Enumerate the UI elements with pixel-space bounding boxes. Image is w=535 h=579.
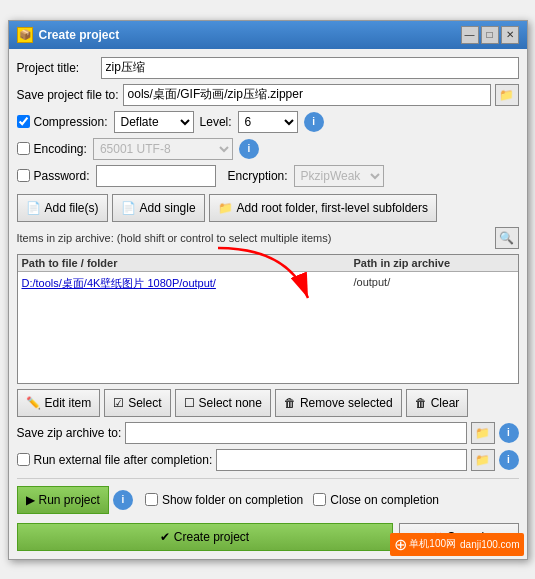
save-project-row: Save project file to: 📁 [17,84,519,106]
compression-select[interactable]: Deflate [114,111,194,133]
run-project-button[interactable]: ▶ Run project [17,486,109,514]
compression-info-button[interactable]: i [304,112,324,132]
password-row: Password: Encryption: PkzipWeak [17,165,519,187]
run-external-row: Run external file after completion: 📁 i [17,449,519,471]
divider [17,478,519,479]
action-buttons-row: ✏️ Edit item ☑ Select ☐ Select none 🗑 Re… [17,389,519,417]
col-zip-header: Path in zip archive [354,257,514,269]
maximize-button[interactable]: □ [481,26,499,44]
archive-list-header: Path to file / folder Path in zip archiv… [18,255,518,272]
archive-header: Items in zip archive: (hold shift or con… [17,227,519,249]
remove-icon: 🗑 [284,396,296,410]
encryption-select[interactable]: PkzipWeak [294,165,384,187]
edit-icon: ✏️ [26,396,41,410]
add-root-button[interactable]: 📁 Add root folder, first-level subfolder… [209,194,437,222]
archive-items-label: Items in zip archive: (hold shift or con… [17,230,332,246]
run-external-folder-button[interactable]: 📁 [471,449,495,471]
archive-list[interactable]: Path to file / folder Path in zip archiv… [17,254,519,384]
save-zip-label: Save zip archive to: [17,426,122,440]
archive-row-0[interactable]: D:/tools/桌面/4K壁纸图片 1080P/output/ /output… [22,274,514,293]
watermark-url: danji100.com [460,539,519,550]
show-folder-checkbox[interactable] [145,493,158,506]
run-external-checkbox-label[interactable]: Run external file after completion: [17,453,213,467]
save-zip-info-button[interactable]: i [499,423,519,443]
save-project-label: Save project file to: [17,88,119,102]
create-icon: ✔ [160,530,170,544]
close-label: Close on completion [330,493,439,507]
minimize-button[interactable]: — [461,26,479,44]
password-checkbox[interactable] [17,169,30,182]
show-folder-label: Show folder on completion [162,493,303,507]
save-zip-input[interactable] [125,422,466,444]
window-title: Create project [39,28,120,42]
select-none-button[interactable]: ☐ Select none [175,389,271,417]
run-external-label: Run external file after completion: [34,453,213,467]
watermark: ⊕ 单机100网 danji100.com [390,533,523,556]
project-title-label: Project title: [17,61,97,75]
show-folder-checkbox-label[interactable]: Show folder on completion [145,493,303,507]
save-zip-folder-button[interactable]: 📁 [471,422,495,444]
edit-item-button[interactable]: ✏️ Edit item [17,389,101,417]
add-files-button[interactable]: 📄 Add file(s) [17,194,108,222]
clear-button[interactable]: 🗑 Clear [406,389,469,417]
encoding-select[interactable]: 65001 UTF-8 [93,138,233,160]
save-project-folder-button[interactable]: 📁 [495,84,519,106]
run-project-row: ▶ Run project i Show folder on completio… [17,486,519,514]
project-title-input[interactable] [101,57,519,79]
close-completion-checkbox-label[interactable]: Close on completion [313,493,439,507]
save-project-input[interactable] [123,84,491,106]
add-single-button[interactable]: 📄 Add single [112,194,205,222]
select-icon: ☑ [113,396,124,410]
compression-checkbox[interactable] [17,115,30,128]
window-icon: 📦 [17,27,33,43]
archive-list-body: D:/tools/桌面/4K壁纸图片 1080P/output/ /output… [18,272,518,295]
level-label: Level: [200,115,232,129]
encryption-label: Encryption: [228,169,288,183]
run-external-input[interactable] [216,449,466,471]
encoding-checkbox-label[interactable]: Encoding: [17,142,87,156]
watermark-text: 单机100网 [409,537,456,551]
encoding-info-button[interactable]: i [239,139,259,159]
remove-selected-button[interactable]: 🗑 Remove selected [275,389,402,417]
window-controls: — □ ✕ [461,26,519,44]
add-files-icon: 📄 [26,201,41,215]
run-external-info-button[interactable]: i [499,450,519,470]
select-button[interactable]: ☑ Select [104,389,170,417]
level-select[interactable]: 6 [238,111,298,133]
save-zip-row: Save zip archive to: 📁 i [17,422,519,444]
archive-cell-zip-0: /output/ [354,276,514,291]
run-external-checkbox[interactable] [17,453,30,466]
close-button[interactable]: ✕ [501,26,519,44]
title-bar: 📦 Create project — □ ✕ [9,21,527,49]
close-completion-checkbox[interactable] [313,493,326,506]
encoding-checkbox[interactable] [17,142,30,155]
create-project-button[interactable]: ✔ Create project [17,523,393,551]
archive-cell-path-0: D:/tools/桌面/4K壁纸图片 1080P/output/ [22,276,354,291]
add-buttons-row: 📄 Add file(s) 📄 Add single 📁 Add root fo… [17,194,519,222]
password-checkbox-label[interactable]: Password: [17,169,90,183]
password-label: Password: [34,169,90,183]
encoding-row: Encoding: 65001 UTF-8 i [17,138,519,160]
password-input[interactable] [96,165,216,187]
clear-icon: 🗑 [415,396,427,410]
run-project-info-button[interactable]: i [113,490,133,510]
project-title-row: Project title: [17,57,519,79]
search-button[interactable]: 🔍 [495,227,519,249]
compression-row: Compression: Deflate Level: 6 i [17,111,519,133]
compression-label: Compression: [34,115,108,129]
add-single-icon: 📄 [121,201,136,215]
col-path-header: Path to file / folder [22,257,354,269]
select-none-icon: ☐ [184,396,195,410]
compression-checkbox-label[interactable]: Compression: [17,115,108,129]
run-project-icon: ▶ [26,493,35,507]
add-root-icon: 📁 [218,201,233,215]
encoding-label: Encoding: [34,142,87,156]
